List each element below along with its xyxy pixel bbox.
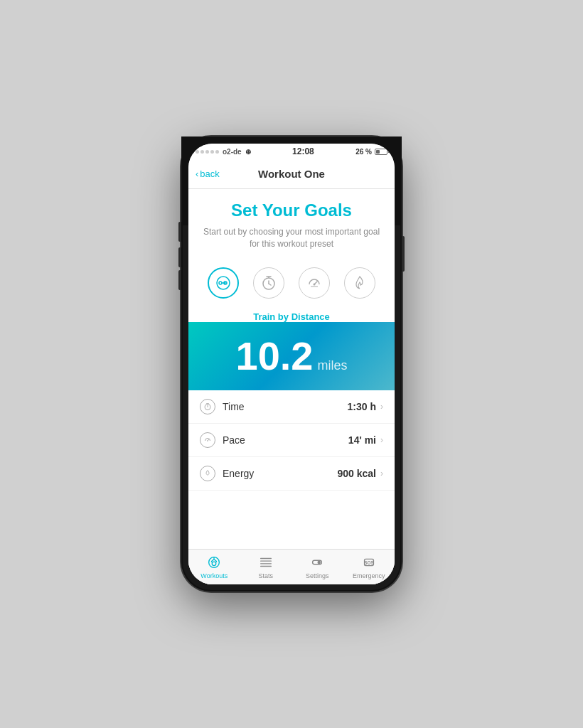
tab-stats[interactable]: Stats xyxy=(240,550,292,584)
pace-label: Pace xyxy=(223,434,348,446)
svg-point-10 xyxy=(314,283,316,285)
phone-screen: o2-de ⊛ 12:08 26 % ‹ back Workout One xyxy=(188,144,395,584)
back-chevron: ‹ xyxy=(196,168,198,179)
svg-point-17 xyxy=(207,440,208,441)
emergency-tab-label: Emergency xyxy=(353,572,385,579)
pace-value: 14' mi xyxy=(348,434,376,446)
energy-value: 900 kcal xyxy=(338,468,377,479)
status-left: o2-de ⊛ xyxy=(196,148,251,156)
battery-fill xyxy=(376,150,380,154)
tab-emergency[interactable]: SOS Emergency xyxy=(343,550,395,584)
signal-dot-1 xyxy=(196,150,199,154)
stat-row-time[interactable]: Time 1:30 h › xyxy=(188,390,395,424)
back-label: back xyxy=(200,168,219,179)
pace-icon xyxy=(200,432,215,448)
battery-percent: 26 % xyxy=(355,148,372,156)
settings-tab-icon xyxy=(309,555,325,570)
emergency-tab-icon: SOS xyxy=(361,555,377,570)
wifi-icon: ⊛ xyxy=(245,148,251,156)
tab-settings[interactable]: Settings xyxy=(292,550,343,584)
main-content: Set Your Goals Start out by choosing you… xyxy=(188,189,395,584)
signal-dots xyxy=(196,150,219,154)
workouts-tab-label: Workouts xyxy=(200,572,228,579)
goal-icon-time[interactable] xyxy=(253,267,284,299)
status-bar: o2-de ⊛ 12:08 26 % xyxy=(188,144,395,159)
time-icon xyxy=(200,399,215,414)
tab-workouts[interactable]: Workouts xyxy=(188,550,240,584)
settings-tab-label: Settings xyxy=(306,572,329,579)
svg-point-26 xyxy=(318,561,321,564)
signal-dot-2 xyxy=(200,150,204,154)
goal-icon-pace[interactable] xyxy=(299,267,330,299)
stat-row-energy[interactable]: Energy 900 kcal › xyxy=(188,457,395,491)
workouts-tab-icon xyxy=(206,555,222,570)
energy-label: Energy xyxy=(223,468,338,479)
train-label: Train by Distance xyxy=(188,307,395,322)
goal-icon-energy[interactable] xyxy=(344,267,375,299)
signal-dot-5 xyxy=(215,150,219,154)
stats-section: Time 1:30 h › Pace xyxy=(188,390,395,549)
goal-icons-row xyxy=(188,259,395,307)
carrier-label: o2-de xyxy=(223,148,242,156)
energy-chevron: › xyxy=(380,469,383,478)
energy-icon xyxy=(200,466,215,481)
goals-title: Set Your Goals xyxy=(203,200,380,220)
svg-point-19 xyxy=(213,562,217,566)
pace-chevron: › xyxy=(380,435,383,445)
svg-point-1 xyxy=(219,282,222,284)
stat-row-pace[interactable]: Pace 14' mi › xyxy=(188,424,395,457)
goals-subtitle: Start out by choosing your most importan… xyxy=(203,226,380,250)
signal-dot-3 xyxy=(205,150,209,154)
app-screen: o2-de ⊛ 12:08 26 % ‹ back Workout One xyxy=(188,144,395,584)
clock: 12:08 xyxy=(292,146,314,156)
time-value: 1:30 h xyxy=(348,401,376,412)
status-right: 26 % xyxy=(355,148,387,156)
svg-line-6 xyxy=(269,284,271,285)
battery-icon xyxy=(375,149,387,155)
nav-title: Workout One xyxy=(258,168,325,180)
distance-display: 10.2 miles xyxy=(188,322,395,390)
goals-header: Set Your Goals Start out by choosing you… xyxy=(188,189,395,259)
phone-device: o2-de ⊛ 12:08 26 % ‹ back Workout One xyxy=(181,136,402,592)
time-label: Time xyxy=(223,401,348,412)
back-button[interactable]: ‹ back xyxy=(196,168,220,179)
svg-text:SOS: SOS xyxy=(364,560,374,565)
time-chevron: › xyxy=(380,402,383,412)
distance-unit: miles xyxy=(317,358,347,373)
stats-tab-icon xyxy=(258,555,274,570)
goal-icon-distance[interactable] xyxy=(208,267,239,299)
nav-bar: ‹ back Workout One xyxy=(188,159,395,189)
signal-dot-4 xyxy=(210,150,214,154)
tab-bar: Workouts Stats xyxy=(188,549,395,584)
stats-tab-label: Stats xyxy=(258,572,273,579)
distance-value: 10.2 xyxy=(235,336,313,376)
